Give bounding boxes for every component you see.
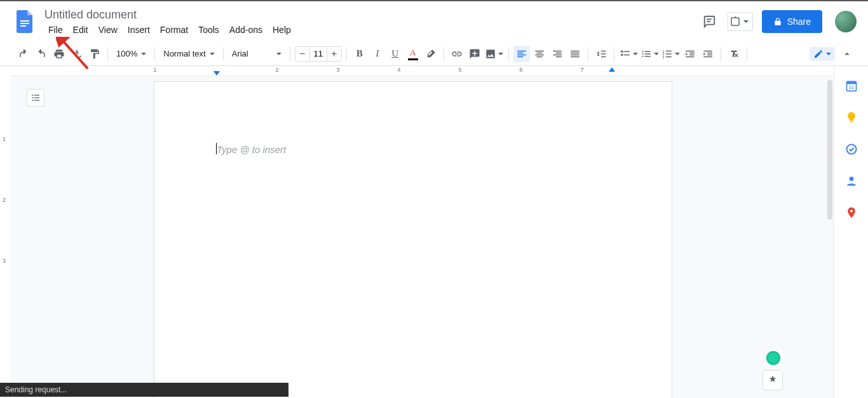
tasks-sidebar-icon[interactable]: [844, 142, 858, 156]
hruler-tick: 7: [580, 67, 583, 73]
chevron-down-icon: [633, 53, 638, 55]
svg-point-8: [642, 53, 643, 54]
font-size-group: − +: [295, 46, 342, 62]
font-value: Arial: [232, 49, 248, 58]
chevron-down-icon: [141, 53, 146, 55]
explore-button[interactable]: [763, 370, 783, 390]
menu-format[interactable]: Format: [155, 22, 193, 37]
bold-button[interactable]: B: [351, 46, 368, 62]
svg-rect-21: [32, 97, 34, 98]
hruler-tick: 2: [275, 67, 278, 73]
checklist-button[interactable]: [619, 46, 639, 62]
menu-tools[interactable]: Tools: [193, 22, 224, 37]
underline-button[interactable]: U: [387, 46, 403, 62]
undo-button[interactable]: [15, 46, 32, 62]
present-dropdown[interactable]: [728, 12, 753, 31]
svg-rect-19: [32, 95, 34, 95]
align-right-button[interactable]: [549, 46, 566, 62]
svg-rect-17: [665, 53, 671, 55]
svg-rect-22: [34, 97, 39, 98]
insert-placeholder: Type @ to insert: [217, 144, 286, 155]
side-panel: 31: [834, 66, 868, 398]
svg-rect-0: [20, 20, 29, 22]
share-label: Share: [787, 17, 811, 27]
svg-point-30: [850, 209, 852, 212]
mode-editing-button[interactable]: [810, 47, 835, 61]
collapse-toolbar-button[interactable]: [839, 46, 855, 62]
vruler-tick: 2: [3, 197, 6, 203]
font-size-input[interactable]: [309, 47, 327, 61]
bulleted-list-button[interactable]: [640, 46, 660, 62]
insert-link-button[interactable]: [449, 46, 465, 62]
zoom-select[interactable]: 100%: [112, 49, 150, 58]
vertical-scrollbar[interactable]: [827, 80, 832, 220]
toolbar: 100% Normal text Arial − + B I U A 123: [0, 42, 868, 66]
highlight-button[interactable]: [423, 46, 439, 62]
print-button[interactable]: [51, 46, 67, 62]
add-comment-button[interactable]: [466, 46, 483, 62]
hruler-tick: 4: [397, 67, 400, 73]
chevron-down-icon: [276, 53, 281, 55]
line-spacing-button[interactable]: [593, 46, 609, 62]
vruler-tick: 3: [3, 258, 6, 264]
menu-addons[interactable]: Add-ons: [224, 22, 268, 37]
svg-rect-1: [20, 23, 29, 24]
contacts-sidebar-icon[interactable]: [844, 174, 858, 188]
text-color-button[interactable]: A: [405, 46, 421, 62]
paint-format-button[interactable]: [86, 46, 103, 62]
horizontal-ruler[interactable]: 1 2 3 4 5 6 7: [10, 66, 834, 76]
outline-toggle-button[interactable]: [27, 89, 44, 107]
increase-indent-button[interactable]: [700, 46, 716, 62]
insert-image-button[interactable]: [484, 46, 504, 62]
align-center-button[interactable]: [531, 46, 548, 62]
clear-formatting-button[interactable]: [726, 46, 742, 62]
italic-button[interactable]: I: [369, 46, 386, 62]
menu-file[interactable]: File: [43, 22, 68, 37]
chevron-down-icon: [210, 53, 215, 55]
redo-button[interactable]: [33, 46, 50, 62]
decrease-indent-button[interactable]: [682, 46, 698, 62]
menu-help[interactable]: Help: [268, 22, 296, 37]
svg-rect-18: [665, 56, 671, 57]
docs-app-icon[interactable]: [13, 9, 38, 34]
chevron-down-icon: [743, 20, 749, 23]
document-page[interactable]: Type @ to insert: [154, 81, 672, 398]
chevron-down-icon: [654, 53, 659, 55]
menu-insert[interactable]: Insert: [123, 22, 155, 37]
document-title[interactable]: Untitled document: [43, 6, 700, 22]
share-button[interactable]: Share: [762, 10, 822, 33]
vertical-ruler[interactable]: 1 2 3: [0, 66, 10, 398]
hruler-tick: 6: [519, 67, 522, 73]
open-comments-button[interactable]: [700, 12, 719, 31]
increase-fontsize-button[interactable]: +: [327, 48, 341, 60]
svg-rect-10: [644, 51, 650, 52]
left-indent-marker[interactable]: [214, 71, 220, 76]
spellcheck-button[interactable]: [69, 46, 85, 62]
svg-point-7: [642, 51, 643, 52]
calendar-sidebar-icon[interactable]: 31: [844, 79, 858, 93]
paragraph-style-select[interactable]: Normal text: [159, 49, 218, 58]
activity-fab-icon[interactable]: [766, 351, 780, 365]
svg-rect-2: [20, 25, 26, 27]
hruler-tick: 1: [153, 67, 156, 73]
menu-edit[interactable]: Edit: [68, 22, 93, 37]
svg-rect-5: [731, 18, 739, 25]
svg-rect-11: [644, 53, 650, 55]
paragraph-style-value: Normal text: [163, 49, 205, 58]
hruler-tick: 5: [458, 67, 461, 73]
account-avatar[interactable]: [835, 11, 857, 32]
chevron-down-icon: [826, 53, 831, 55]
maps-sidebar-icon[interactable]: [844, 206, 858, 220]
svg-rect-23: [32, 100, 34, 100]
svg-point-29: [849, 176, 853, 181]
chevron-down-icon: [675, 53, 680, 55]
numbered-list-button[interactable]: 123: [661, 46, 681, 62]
font-select[interactable]: Arial: [228, 49, 285, 58]
keep-sidebar-icon[interactable]: [844, 110, 858, 124]
document-area: 1 2 3 4 5 6 7 Type @ to insert: [10, 66, 834, 398]
decrease-fontsize-button[interactable]: −: [295, 48, 309, 60]
align-justify-button[interactable]: [567, 46, 583, 62]
align-left-button[interactable]: [513, 46, 530, 62]
right-indent-marker[interactable]: [609, 67, 615, 72]
menu-view[interactable]: View: [93, 22, 123, 37]
